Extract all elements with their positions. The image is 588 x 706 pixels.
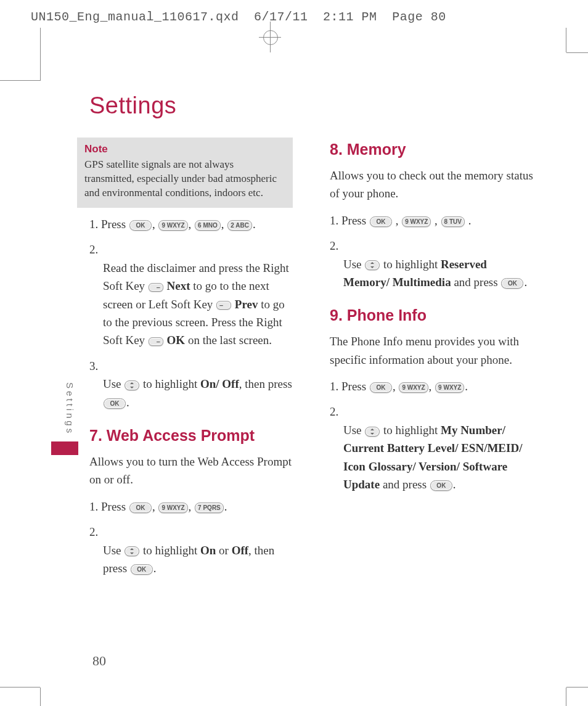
ok-key-icon: OK — [370, 216, 392, 227]
right-soft-key-icon — [149, 337, 163, 346]
print-slug: UN150_Eng_manual_110617.qxd 6/17/11 2:11… — [31, 10, 454, 24]
key-9-icon: 9 WXYZ — [399, 382, 428, 393]
nav-key-icon — [365, 260, 380, 270]
step-9-2: 2. Use to highlight My Number/ Current B… — [330, 403, 533, 493]
ok-key-icon: OK — [129, 503, 152, 513]
note-box: Note GPS satellite signals are not alway… — [77, 138, 293, 208]
key-9-icon: 9 WXYZ — [158, 220, 187, 231]
key-2-icon: 2 ABC — [227, 220, 252, 231]
slug-time: 2:11 PM — [323, 10, 377, 24]
right-column: 8. Memory Allows you to check out the me… — [330, 138, 533, 585]
crop-mark-icon — [566, 687, 588, 688]
key-7-icon: 7 PQRS — [195, 503, 224, 513]
step-9-1: 1. Press OK, 9 WXYZ, 9 WXYZ. — [330, 377, 533, 395]
note-body: GPS satellite signals are not always tra… — [84, 158, 277, 199]
crop-mark-icon — [0, 52, 41, 81]
section-7-heading: 7. Web Access Prompt — [89, 424, 293, 448]
crop-mark-icon — [0, 687, 40, 688]
step-1: 1. Press OK, 9 WXYZ, 6 MNO, 2 ABC. — [89, 215, 293, 233]
nav-key-icon — [365, 427, 380, 437]
crop-mark-icon — [566, 52, 588, 53]
right-soft-key-icon — [149, 283, 163, 292]
page-title: Settings — [89, 92, 533, 119]
ok-key-icon: OK — [131, 564, 153, 575]
side-tab: Settings — [65, 382, 77, 455]
step-2: 2. Read the disclaimer and press the Rig… — [89, 240, 293, 350]
key-9-icon: 9 WXYZ — [402, 216, 431, 227]
nav-key-icon — [125, 380, 139, 390]
key-9-icon: 9 WXYZ — [158, 503, 187, 513]
note-title: Note — [84, 142, 285, 157]
ok-key-icon: OK — [501, 278, 523, 289]
section-7-lead: Allows you to turn the Web Access Prompt… — [89, 453, 293, 489]
step-8-1: 1. Press OK , 9 WXYZ , 8 TUV . — [330, 211, 533, 229]
ok-key-icon: OK — [430, 480, 452, 491]
section-8-heading: 8. Memory — [330, 138, 533, 162]
key-9-icon: 9 WXYZ — [435, 382, 464, 393]
key-8-icon: 8 TUV — [441, 216, 465, 227]
ok-key-icon: OK — [129, 220, 152, 231]
page-number: 80 — [92, 653, 106, 669]
side-tab-marker-icon — [51, 441, 78, 455]
ok-key-icon: OK — [370, 382, 392, 393]
key-6-icon: 6 MNO — [195, 220, 221, 231]
ok-key-icon: OK — [104, 398, 126, 409]
left-column: Note GPS satellite signals are not alway… — [89, 138, 293, 585]
page-content: Settings Settings Note GPS satellite sig… — [89, 92, 533, 585]
step-8-2: 2. Use to highlight Reserved Memory/ Mul… — [330, 237, 533, 291]
registration-mark-icon — [259, 22, 281, 52]
step-7-1: 1. Press OK, 9 WXYZ, 7 PQRS. — [89, 498, 293, 515]
section-9-lead: The Phone Info menu provides you with sp… — [330, 332, 533, 369]
side-tab-label: Settings — [65, 382, 75, 435]
left-soft-key-icon — [216, 301, 231, 310]
section-9-heading: 9. Phone Info — [330, 303, 533, 327]
slug-page: Page 80 — [392, 10, 446, 24]
section-8-lead: Allows you to check out the memory statu… — [330, 166, 533, 203]
step-7-2: 2. Use to highlight On or Off, then pres… — [89, 523, 293, 577]
nav-key-icon — [125, 546, 139, 556]
step-3: 3. Use to highlight On/ Off, then press … — [89, 357, 293, 411]
slug-file: UN150_Eng_manual_110617.qxd — [31, 10, 239, 24]
